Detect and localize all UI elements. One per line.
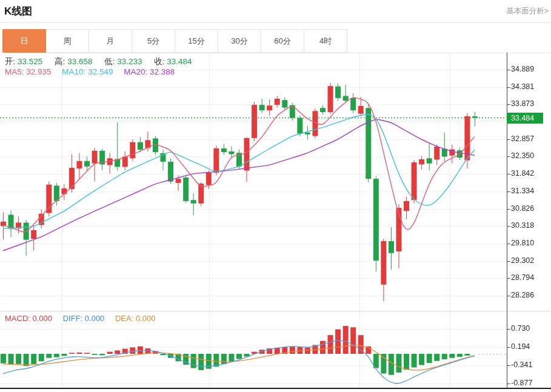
low-label: 低:	[104, 57, 115, 66]
high-label: 高:	[55, 57, 65, 66]
diff-value: 0.000	[85, 314, 105, 323]
low-value: 33.233	[117, 57, 142, 66]
diff-label: DIFF:	[63, 314, 83, 323]
macd-tick-label: 0.194	[511, 342, 530, 351]
tab-15min[interactable]: 15分	[175, 30, 218, 52]
interval-tabs: 日 周 月 5分 15分 30分 60分 4时	[2, 29, 347, 53]
price-tick-label: 30.826	[511, 204, 534, 213]
tab-day[interactable]: 日	[2, 29, 47, 53]
price-tick-label: 33.873	[511, 99, 534, 108]
ma-legend: MA5: 32.935 MA10: 32.549 MA20: 32.388	[5, 67, 175, 76]
price-tick-label: 30.318	[511, 221, 534, 230]
ma20-label: MA20:	[124, 67, 147, 76]
macd-tick-label: -0.341	[511, 360, 532, 369]
ma5-value: 32.935	[26, 67, 51, 76]
macd-tick-label: -0.877	[511, 379, 532, 387]
open-value: 33.525	[18, 57, 42, 66]
price-tick-label: 29.302	[511, 256, 534, 265]
ma5-label: MA5:	[5, 67, 24, 76]
price-tick-label: 31.842	[511, 169, 534, 178]
ma10-value: 32.549	[88, 67, 113, 76]
price-tick-label: 32.857	[511, 135, 534, 143]
price-tick-label: 31.334	[511, 187, 534, 195]
fundamental-analysis-link[interactable]: 基本面分析>	[506, 6, 549, 16]
macd-label: MACD:	[5, 314, 30, 323]
close-label: 收:	[154, 57, 164, 66]
ohlc-readout: 开: 33.525 高: 33.658 低: 33.233 收: 33.484	[5, 56, 202, 67]
price-tick-label: 28.286	[511, 291, 534, 299]
macd-legend: MACD: 0.000 DIFF: 0.000 DEA: 0.000	[5, 314, 156, 323]
price-tick-label: 29.810	[511, 239, 534, 247]
ma20-value: 32.388	[150, 67, 175, 76]
tab-week[interactable]: 周	[46, 30, 89, 52]
last-price-badge: 33.484	[507, 113, 543, 124]
macd-value: 0.000	[33, 314, 53, 323]
macd-tick-label: 0.730	[511, 324, 530, 333]
open-label: 开:	[5, 57, 15, 66]
tab-4hour[interactable]: 4时	[304, 30, 347, 52]
page-title: K线图	[4, 4, 32, 18]
header-divider	[0, 22, 551, 23]
tab-30min[interactable]: 30分	[218, 30, 261, 52]
price-tick-label: 34.381	[511, 82, 534, 91]
dea-value: 0.000	[136, 314, 156, 323]
ma10-label: MA10:	[62, 67, 85, 76]
tab-month[interactable]: 月	[89, 30, 132, 52]
price-tick-label: 32.350	[511, 151, 534, 160]
tab-60min[interactable]: 60分	[261, 30, 304, 52]
dea-label: DEA:	[115, 314, 133, 323]
kline-page: { "header": {"title": "K线图", "link_label…	[0, 0, 551, 392]
price-tick-label: 28.794	[511, 273, 534, 282]
high-value: 33.658	[67, 57, 92, 66]
close-value: 33.484	[167, 57, 192, 66]
price-tick-label: 34.889	[511, 65, 534, 73]
tab-5min[interactable]: 5分	[132, 30, 175, 52]
